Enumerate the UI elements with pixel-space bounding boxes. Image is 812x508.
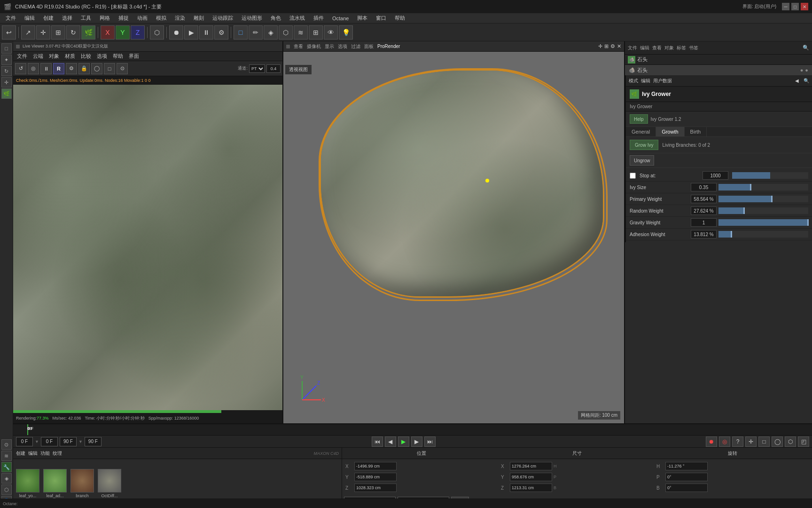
coord-z-pos-value[interactable]: 1028.323 cm [354,484,397,492]
sidebar-icon-bottom2[interactable]: ≋ [1,451,12,461]
vp-menu-view[interactable]: 查看 [294,43,303,50]
mat-menu-create[interactable]: 创建 [16,450,25,457]
ivy-size-value[interactable]: 0.35 [691,183,717,191]
transport-key1[interactable]: ✛ [745,437,757,447]
time-end-field[interactable] [85,437,102,446]
gravity-weight-slider[interactable] [718,219,808,226]
menu-snap[interactable]: 捕捉 [115,14,133,23]
coord-y-rot-value[interactable]: 0° [665,473,708,481]
viewport-canvas[interactable]: 透视视图 Z Y [283,52,624,423]
lv-menu-help[interactable]: 帮助 [111,53,125,60]
transport-prev[interactable]: ◀ [385,437,396,447]
lv-menu-object[interactable]: 对象 [47,53,61,60]
pause-btn[interactable]: ⏸ [199,25,213,40]
transport-start[interactable]: ⏮ [372,437,383,447]
lv-menu-material[interactable]: 材质 [63,53,77,60]
x-axis[interactable]: X [101,25,115,40]
lv-square-btn[interactable]: □ [104,63,115,74]
vp-menu-options[interactable]: 选项 [338,43,347,50]
vp-icon-close[interactable]: ✕ [617,43,621,49]
menu-sculpt[interactable]: 雕刻 [190,14,208,23]
rock-object-row[interactable]: 🪨 石头 ● ● [625,65,812,75]
minimize-button[interactable]: ─ [782,3,789,10]
primary-weight-slider[interactable] [718,196,808,202]
random-weight-value[interactable]: 27.624 % [691,206,717,215]
sidebar-icon-bottom4[interactable]: ◈ [1,473,12,484]
rp-menu-bookmark[interactable]: 书签 [689,45,698,51]
polygon-tool[interactable]: ⬡ [150,25,164,40]
scale-tool[interactable]: ⊞ [51,25,65,40]
material-item-leaf-ad[interactable]: leaf_ad... [43,469,67,498]
lv-pause-btn[interactable]: ⏸ [40,63,52,74]
primary-weight-value[interactable]: 58.564 % [691,195,717,203]
transport-help[interactable]: ? [732,437,743,447]
select-tool[interactable]: ↗ [21,25,35,40]
lv-menu-layout[interactable]: 界面 [127,53,141,60]
sidebar-icon-bottom5[interactable]: ⬡ [1,484,12,495]
menu-edit[interactable]: 编辑 [21,14,39,23]
deform-tool[interactable]: ⬡ [279,25,293,40]
menu-motion-track[interactable]: 运动跟踪 [209,14,237,23]
coord-z-rot-value[interactable]: 0° [665,484,708,492]
lv-circle-btn[interactable]: ◎ [28,63,39,74]
leaf-tool[interactable]: 🌿 [81,25,95,40]
y-axis[interactable]: Y [116,25,130,40]
light-tool[interactable]: 💡 [339,25,353,40]
rp-search-icon[interactable]: 🔍 [803,45,809,51]
rp-menu-edit[interactable]: 编辑 [640,45,649,51]
vp-menu-filter[interactable]: 过滤 [351,43,360,50]
rock-row-render[interactable]: ● [805,67,808,73]
rp-bottom-userdata[interactable]: 用户数据 [653,78,672,84]
mat-menu-texture[interactable]: 纹理 [53,450,62,457]
coord-y-pos-value[interactable]: -518.889 cm [354,473,397,481]
menu-script[interactable]: 脚本 [353,14,371,23]
ivy-panel-arrow[interactable]: ◀ [795,78,799,83]
ivy-tab-growth[interactable]: Growth [656,127,684,136]
vp-icon-maximize[interactable]: ⊞ [604,43,609,49]
menu-pipeline[interactable]: 流水线 [286,14,309,23]
menu-render[interactable]: 渲染 [171,14,189,23]
time-max-field[interactable] [60,437,77,446]
lv-lock-btn[interactable]: 🔒 [78,63,90,74]
transport-key5[interactable]: ◰ [798,437,809,447]
menu-animate[interactable]: 动画 [133,14,151,23]
menu-help[interactable]: 帮助 [391,14,409,23]
play-btn[interactable]: ▶ [184,25,198,40]
cube-tool[interactable]: □ [234,25,248,40]
rp-menu-file[interactable]: 文件 [628,45,637,51]
sidebar-icon-5[interactable]: 🌿 [1,88,12,99]
vp-menu-camera[interactable]: 摄像机 [307,43,321,50]
field-tool[interactable]: ≋ [294,25,308,40]
rp-menu-object[interactable]: 对象 [664,45,674,51]
lv-menu-options[interactable]: 选项 [95,53,109,60]
transport-record2[interactable]: ◎ [719,437,730,447]
rotate-tool[interactable]: ↻ [66,25,80,40]
lv-render-btn[interactable]: R [53,63,64,74]
menu-create[interactable]: 创建 [39,14,57,23]
camera-tool[interactable]: 👁 [324,25,338,40]
grow-ivy-button[interactable]: Grow Ivy [630,140,658,150]
maximize-button[interactable]: □ [791,3,799,10]
rp-menu-view[interactable]: 查看 [652,45,662,51]
sidebar-icon-3[interactable]: ↻ [1,66,12,76]
time-start-field[interactable] [16,437,33,446]
ivy-help-btn[interactable]: Help [630,114,648,124]
stop-at-checkbox[interactable] [630,173,636,179]
gravity-weight-value[interactable]: 1 [691,218,717,227]
ivy-tab-general[interactable]: General [626,127,656,136]
material-tool[interactable]: ◈ [264,25,278,40]
coord-z-size-value[interactable]: 1213.31 cm [510,484,552,492]
menu-mesh[interactable]: 网格 [96,14,114,23]
transport-key4[interactable]: ⬡ [785,437,796,447]
rp-bottom-mode[interactable]: 模式 [629,78,638,84]
lv-menu-cloud[interactable]: 云端 [31,53,45,60]
lv-target-btn[interactable]: ⊙ [117,63,128,74]
material-item-octdiff[interactable]: OctDiff... [98,469,121,498]
menu-octane[interactable]: Octane [328,15,352,22]
undo-button[interactable]: ↩ [2,25,16,40]
lv-refresh-btn[interactable]: ↺ [15,63,26,74]
ungrow-button[interactable]: Ungrow [630,155,654,166]
lv-settings-btn[interactable]: ⚙ [66,63,77,74]
menu-plugins[interactable]: 插件 [310,14,328,23]
transport-key2[interactable]: □ [758,437,770,447]
